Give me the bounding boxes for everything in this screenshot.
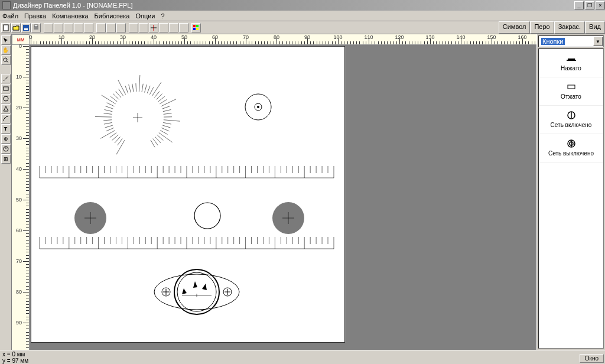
tool-11[interactable] xyxy=(106,23,116,32)
svg-line-39 xyxy=(116,91,121,98)
workspace: мм 0102030405060708090100110120130140150… xyxy=(12,34,536,350)
svg-line-62 xyxy=(163,122,171,124)
tool-18[interactable] xyxy=(179,23,188,32)
menu-file[interactable]: Файл xyxy=(2,12,18,20)
svg-rect-8 xyxy=(196,25,199,27)
library-item-released[interactable]: Отжато xyxy=(539,77,603,106)
svg-line-26 xyxy=(100,131,115,139)
hand-tool[interactable]: ✋ xyxy=(1,46,11,55)
library-item-list: Нажато Отжато Сеть включено Сеть выключе… xyxy=(538,48,604,349)
svg-line-41 xyxy=(118,80,126,95)
svg-line-23 xyxy=(115,137,120,143)
svg-line-53 xyxy=(157,94,162,100)
tool-12[interactable] xyxy=(116,23,126,32)
dial-tool[interactable] xyxy=(1,144,11,154)
drawing-content xyxy=(31,47,346,343)
menu-layout[interactable]: Компановка xyxy=(52,12,88,20)
svg-line-35 xyxy=(107,103,115,106)
svg-line-31 xyxy=(95,116,112,117)
symbol-tool[interactable]: ⊕ xyxy=(1,134,11,144)
new-button[interactable] xyxy=(1,23,11,32)
tab-view[interactable]: Вид xyxy=(585,21,605,34)
svg-line-61 xyxy=(164,120,180,121)
svg-line-68 xyxy=(155,137,161,143)
save-button[interactable] xyxy=(21,23,31,32)
pointer-tool[interactable] xyxy=(1,35,11,45)
tool-15[interactable] xyxy=(149,23,158,32)
library-item-pressed[interactable]: Нажато xyxy=(539,49,603,77)
released-icon xyxy=(565,83,577,91)
svg-line-21 xyxy=(116,140,125,154)
svg-line-30 xyxy=(103,120,112,121)
minimize-button[interactable]: _ xyxy=(574,1,584,9)
tab-symbol[interactable]: Символ xyxy=(499,21,531,34)
library-item-label: Сеть включено xyxy=(551,122,592,128)
menu-edit[interactable]: Правка xyxy=(24,12,46,20)
svg-line-27 xyxy=(106,128,114,131)
svg-line-52 xyxy=(154,91,160,98)
ruler-horizontal: 0102030405060708090100110120130140150160 xyxy=(30,34,536,45)
svg-line-58 xyxy=(163,109,171,111)
tool-19[interactable] xyxy=(191,23,201,32)
svg-line-12 xyxy=(6,61,8,63)
svg-rect-7 xyxy=(193,25,196,27)
svg-line-29 xyxy=(104,122,112,124)
library-item-label: Сеть выключено xyxy=(548,150,594,157)
zoom-tool[interactable] xyxy=(1,56,11,65)
svg-line-63 xyxy=(162,125,170,128)
library-category-select[interactable]: Кнопки ▼ xyxy=(538,35,604,47)
drawing-canvas[interactable] xyxy=(31,46,345,343)
svg-rect-10 xyxy=(196,28,199,30)
maximize-button[interactable]: ❐ xyxy=(585,1,594,9)
dropdown-arrow-icon: ▼ xyxy=(593,37,603,46)
ruler-vertical: 0102030405060708090100 xyxy=(12,45,30,350)
tool-8[interactable] xyxy=(74,23,83,32)
svg-line-33 xyxy=(105,109,113,111)
tool-10[interactable] xyxy=(96,23,106,32)
library-item-power-on[interactable]: Сеть включено xyxy=(539,106,603,134)
svg-line-36 xyxy=(102,95,116,104)
library-item-power-off[interactable]: Сеть выключено xyxy=(539,134,603,162)
tab-fill[interactable]: Закрас. xyxy=(554,21,585,34)
triangle-tool[interactable] xyxy=(1,104,11,113)
svg-line-38 xyxy=(113,94,119,100)
titlebar: Дизайнер Панелей 1.0 - [NONAME.FPL] _ ❐ … xyxy=(0,0,605,11)
menu-help[interactable]: ? xyxy=(161,12,165,20)
scale-tool[interactable]: ⊞ xyxy=(1,154,11,164)
tool-9[interactable] xyxy=(84,23,93,32)
line-tool[interactable] xyxy=(1,74,11,83)
svg-line-32 xyxy=(103,113,112,115)
svg-line-47 xyxy=(142,84,143,92)
svg-line-34 xyxy=(105,106,113,109)
right-tabs: Символ Перо Закрас. Вид xyxy=(499,21,605,34)
rect-tool[interactable] xyxy=(1,84,11,93)
tool-16[interactable] xyxy=(159,23,168,32)
tool-14[interactable] xyxy=(139,23,148,32)
svg-line-42 xyxy=(125,86,128,93)
tool-7[interactable] xyxy=(64,23,73,32)
circle-tool[interactable] xyxy=(1,94,11,103)
statusbar: x = 0 мм y = 97 мм Окно xyxy=(0,350,605,364)
svg-rect-9 xyxy=(193,28,196,30)
svg-rect-3 xyxy=(34,27,38,30)
open-button[interactable] xyxy=(11,23,21,32)
menu-library[interactable]: Библиотека xyxy=(95,12,130,20)
arc-tool[interactable] xyxy=(1,114,11,124)
tool-6[interactable] xyxy=(54,23,63,32)
svg-rect-0 xyxy=(4,25,8,31)
close-button[interactable]: × xyxy=(596,1,605,9)
print-button[interactable] xyxy=(31,23,41,32)
text-tool[interactable]: T xyxy=(1,124,11,134)
svg-line-46 xyxy=(139,75,139,92)
svg-point-186 xyxy=(174,269,219,314)
tool-13[interactable] xyxy=(129,23,138,32)
svg-line-44 xyxy=(132,84,134,92)
tab-pen[interactable]: Перо xyxy=(530,21,554,34)
window-tab[interactable]: Окно xyxy=(580,354,604,363)
svg-line-66 xyxy=(159,133,173,142)
menu-options[interactable]: Опции xyxy=(135,12,155,20)
tool-17[interactable] xyxy=(169,23,178,32)
tool-5[interactable] xyxy=(44,23,53,32)
svg-line-69 xyxy=(153,139,158,145)
svg-point-129 xyxy=(194,203,220,229)
